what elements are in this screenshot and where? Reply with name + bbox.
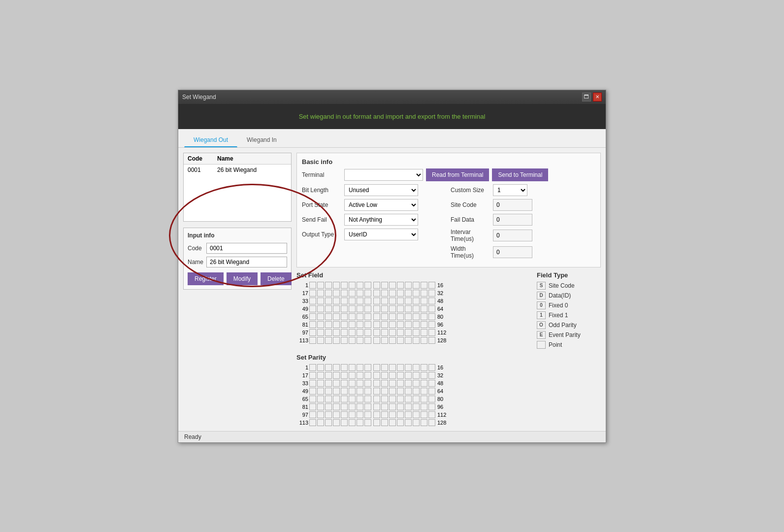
field-box[interactable] bbox=[357, 380, 363, 387]
field-box[interactable] bbox=[389, 419, 396, 426]
field-box[interactable] bbox=[333, 329, 340, 336]
field-box[interactable] bbox=[413, 337, 420, 344]
field-box[interactable] bbox=[349, 282, 356, 289]
field-box[interactable] bbox=[317, 372, 324, 379]
field-box[interactable] bbox=[397, 388, 404, 395]
field-box[interactable] bbox=[317, 313, 324, 320]
field-box[interactable] bbox=[341, 403, 348, 410]
field-box[interactable] bbox=[325, 372, 332, 379]
field-box[interactable] bbox=[397, 364, 404, 371]
field-box[interactable] bbox=[405, 298, 412, 304]
code-field-input[interactable] bbox=[206, 243, 287, 254]
field-box[interactable] bbox=[341, 290, 348, 297]
field-box[interactable] bbox=[428, 329, 435, 336]
field-box[interactable] bbox=[349, 380, 356, 387]
field-box[interactable] bbox=[317, 305, 324, 312]
field-box[interactable] bbox=[317, 282, 324, 289]
field-box[interactable] bbox=[364, 290, 371, 297]
field-box[interactable] bbox=[317, 411, 324, 418]
field-box[interactable] bbox=[389, 305, 396, 312]
field-box[interactable] bbox=[349, 313, 356, 320]
field-box[interactable] bbox=[325, 282, 332, 289]
custom-size-dropdown[interactable]: 1 bbox=[493, 184, 527, 196]
field-box[interactable] bbox=[364, 403, 371, 410]
field-box[interactable] bbox=[309, 313, 316, 320]
field-box[interactable] bbox=[364, 321, 371, 328]
field-box[interactable] bbox=[364, 329, 371, 336]
field-box[interactable] bbox=[333, 298, 340, 304]
field-box[interactable] bbox=[389, 403, 396, 410]
field-box[interactable] bbox=[357, 372, 363, 379]
field-box[interactable] bbox=[333, 364, 340, 371]
field-box[interactable] bbox=[413, 388, 420, 395]
field-box[interactable] bbox=[413, 403, 420, 410]
field-box[interactable] bbox=[413, 380, 420, 387]
send-fail-dropdown[interactable]: Not Anything Send Fail Code bbox=[344, 214, 418, 226]
field-box[interactable] bbox=[317, 337, 324, 344]
field-box[interactable] bbox=[397, 380, 404, 387]
field-box[interactable] bbox=[428, 403, 435, 410]
field-box[interactable] bbox=[389, 321, 396, 328]
field-type-box[interactable]: 1 bbox=[537, 311, 546, 319]
field-box[interactable] bbox=[333, 305, 340, 312]
field-box[interactable] bbox=[428, 388, 435, 395]
field-box[interactable] bbox=[373, 329, 380, 336]
field-type-box[interactable]: S bbox=[537, 282, 546, 290]
field-box[interactable] bbox=[405, 419, 412, 426]
field-box[interactable] bbox=[428, 290, 435, 297]
field-box[interactable] bbox=[349, 372, 356, 379]
field-box[interactable] bbox=[357, 313, 363, 320]
field-box[interactable] bbox=[405, 388, 412, 395]
field-box[interactable] bbox=[349, 298, 356, 304]
field-box[interactable] bbox=[413, 396, 420, 402]
field-box[interactable] bbox=[317, 380, 324, 387]
field-box[interactable] bbox=[364, 419, 371, 426]
field-box[interactable] bbox=[357, 282, 363, 289]
bit-length-dropdown[interactable]: Unused 8 16 26 32 64 128 bbox=[344, 184, 418, 196]
field-type-box[interactable]: O bbox=[537, 321, 546, 329]
field-box[interactable] bbox=[349, 321, 356, 328]
send-to-terminal-button[interactable]: Send to Terminal bbox=[492, 168, 548, 181]
field-box[interactable] bbox=[357, 305, 363, 312]
field-box[interactable] bbox=[309, 380, 316, 387]
field-box[interactable] bbox=[309, 419, 316, 426]
field-box[interactable] bbox=[405, 321, 412, 328]
fail-data-input[interactable] bbox=[493, 214, 532, 226]
field-box[interactable] bbox=[397, 305, 404, 312]
field-box[interactable] bbox=[413, 290, 420, 297]
field-box[interactable] bbox=[325, 321, 332, 328]
field-box[interactable] bbox=[405, 337, 412, 344]
field-box[interactable] bbox=[341, 396, 348, 402]
field-box[interactable] bbox=[349, 419, 356, 426]
field-box[interactable] bbox=[428, 411, 435, 418]
field-box[interactable] bbox=[428, 282, 435, 289]
field-box[interactable] bbox=[333, 321, 340, 328]
field-box[interactable] bbox=[373, 372, 380, 379]
field-box[interactable] bbox=[397, 298, 404, 304]
field-box[interactable] bbox=[413, 419, 420, 426]
field-box[interactable] bbox=[428, 372, 435, 379]
field-box[interactable] bbox=[373, 380, 380, 387]
field-box[interactable] bbox=[309, 329, 316, 336]
read-from-terminal-button[interactable]: Read from Terminal bbox=[426, 168, 489, 181]
field-box[interactable] bbox=[309, 403, 316, 410]
field-box[interactable] bbox=[364, 313, 371, 320]
field-box[interactable] bbox=[381, 388, 388, 395]
field-box[interactable] bbox=[333, 396, 340, 402]
field-box[interactable] bbox=[389, 290, 396, 297]
field-box[interactable] bbox=[381, 329, 388, 336]
field-box[interactable] bbox=[397, 419, 404, 426]
name-field-input[interactable] bbox=[206, 257, 287, 267]
field-box[interactable] bbox=[405, 313, 412, 320]
field-box[interactable] bbox=[325, 388, 332, 395]
field-box[interactable] bbox=[428, 380, 435, 387]
field-box[interactable] bbox=[349, 411, 356, 418]
field-box[interactable] bbox=[364, 282, 371, 289]
field-box[interactable] bbox=[381, 337, 388, 344]
field-box[interactable] bbox=[364, 305, 371, 312]
field-box[interactable] bbox=[405, 282, 412, 289]
field-box[interactable] bbox=[421, 419, 427, 426]
field-box[interactable] bbox=[381, 313, 388, 320]
field-box[interactable] bbox=[317, 419, 324, 426]
field-box[interactable] bbox=[381, 372, 388, 379]
